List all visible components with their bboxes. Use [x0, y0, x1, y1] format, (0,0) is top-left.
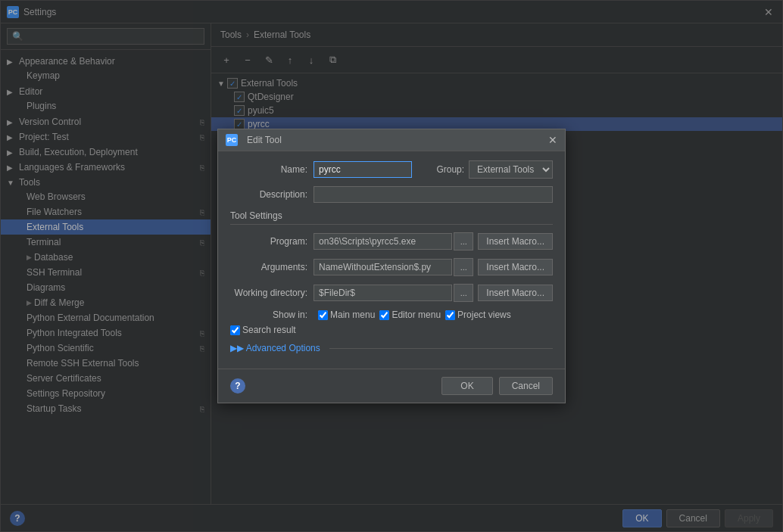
- description-input[interactable]: [314, 186, 553, 203]
- name-input[interactable]: [314, 161, 412, 178]
- group-label: Group:: [431, 164, 469, 175]
- description-row: Description:: [230, 186, 553, 203]
- show-in-main-menu-checkbox[interactable]: [318, 310, 328, 320]
- modal-footer-buttons: OK Cancel: [441, 377, 553, 395]
- show-in-main-menu[interactable]: Main menu: [318, 310, 375, 320]
- program-row: Program: ... Insert Macro...: [230, 232, 553, 250]
- show-in-search-result[interactable]: Search result: [230, 325, 296, 335]
- program-macro-button[interactable]: Insert Macro...: [478, 233, 553, 250]
- arguments-label: Arguments:: [230, 262, 314, 272]
- modal-title-label: Edit Tool: [247, 135, 282, 145]
- arguments-row: Arguments: ... Insert Macro...: [230, 258, 553, 276]
- modal-footer: ? OK Cancel: [218, 369, 565, 403]
- show-in-project-views-label: Project views: [457, 310, 511, 320]
- show-in-editor-menu[interactable]: Editor menu: [379, 310, 441, 320]
- modal-body: Name: Group: External Tools Description:…: [218, 151, 565, 369]
- advanced-arrow: ▶: [230, 343, 237, 353]
- name-group-row: Name: Group: External Tools: [230, 160, 553, 179]
- show-in-main-menu-label: Main menu: [330, 310, 375, 320]
- working-dir-input[interactable]: [314, 285, 452, 301]
- arguments-browse-button[interactable]: ...: [454, 258, 473, 276]
- working-dir-browse-button[interactable]: ...: [454, 284, 473, 302]
- modal-overlay: PC Edit Tool ✕ Name: Group: External Too…: [0, 0, 783, 532]
- working-dir-row: Working directory: ... Insert Macro...: [230, 284, 553, 302]
- modal-cancel-button[interactable]: Cancel: [499, 377, 553, 395]
- arguments-macro-button[interactable]: Insert Macro...: [478, 259, 553, 275]
- program-input[interactable]: [314, 233, 452, 250]
- modal-help-button[interactable]: ?: [230, 378, 245, 394]
- show-in-label: Show in:: [230, 310, 314, 320]
- arguments-input[interactable]: [314, 259, 452, 275]
- description-label: Description:: [230, 189, 314, 200]
- advanced-label: ▶ Advanced Options: [237, 343, 320, 353]
- group-select[interactable]: External Tools: [469, 160, 553, 179]
- edit-tool-modal: PC Edit Tool ✕ Name: Group: External Too…: [217, 129, 566, 403]
- modal-ok-button[interactable]: OK: [441, 377, 492, 395]
- program-label: Program:: [230, 236, 314, 247]
- show-in-editor-menu-label: Editor menu: [392, 310, 441, 320]
- show-in-search-result-label: Search result: [242, 325, 296, 335]
- show-in-editor-menu-checkbox[interactable]: [379, 310, 389, 320]
- advanced-options-toggle[interactable]: ▶ ▶ Advanced Options: [230, 343, 553, 353]
- show-in-row: Show in: Main menu Editor menu Project v…: [230, 310, 553, 335]
- program-browse-button[interactable]: ...: [454, 232, 473, 250]
- name-label: Name:: [230, 164, 314, 175]
- show-in-search-result-checkbox[interactable]: [230, 325, 240, 335]
- working-dir-label: Working directory:: [230, 288, 314, 298]
- tool-settings-header: Tool Settings: [230, 210, 553, 225]
- show-in-project-views-checkbox[interactable]: [445, 310, 455, 320]
- modal-icon: PC: [226, 134, 238, 146]
- modal-title-bar: PC Edit Tool ✕: [218, 129, 565, 151]
- show-in-project-views[interactable]: Project views: [445, 310, 511, 320]
- working-dir-macro-button[interactable]: Insert Macro...: [478, 285, 553, 301]
- modal-title: PC Edit Tool: [226, 134, 282, 146]
- modal-close-button[interactable]: ✕: [548, 134, 557, 146]
